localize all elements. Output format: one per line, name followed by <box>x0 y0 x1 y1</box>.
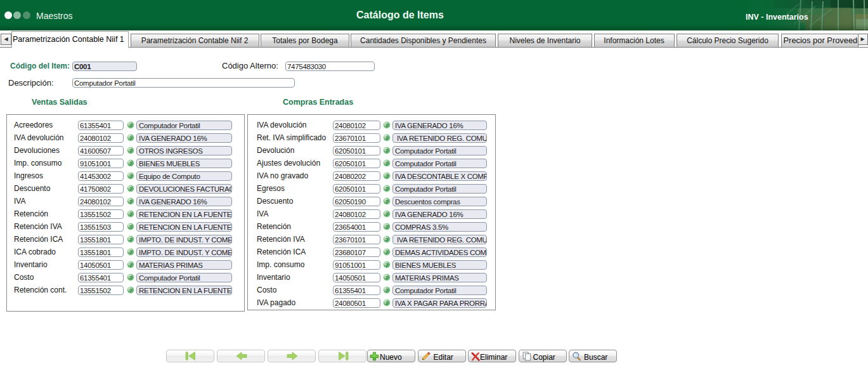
svg-text:?: ? <box>385 211 389 217</box>
svg-text:?: ? <box>385 122 389 128</box>
svg-text:?: ? <box>129 249 133 255</box>
svg-text:?: ? <box>385 262 389 268</box>
svg-text:?: ? <box>385 249 389 255</box>
svg-text:?: ? <box>385 161 389 166</box>
svg-text:?: ? <box>129 161 133 166</box>
svg-text:?: ? <box>385 224 389 230</box>
svg-text:?: ? <box>129 237 133 242</box>
svg-text:?: ? <box>129 224 133 230</box>
svg-text:?: ? <box>385 287 389 293</box>
svg-text:?: ? <box>385 186 389 192</box>
svg-text:?: ? <box>129 135 133 141</box>
svg-text:?: ? <box>385 300 389 306</box>
svg-text:?: ? <box>129 186 133 192</box>
svg-text:?: ? <box>385 237 389 242</box>
svg-text:?: ? <box>129 148 133 154</box>
svg-text:?: ? <box>385 275 389 280</box>
svg-text:?: ? <box>129 122 133 128</box>
svg-text:?: ? <box>129 199 133 204</box>
svg-text:?: ? <box>385 173 389 179</box>
svg-text:?: ? <box>129 211 133 217</box>
svg-text:?: ? <box>385 148 389 154</box>
svg-text:?: ? <box>129 173 133 179</box>
svg-text:?: ? <box>385 199 389 204</box>
svg-text:?: ? <box>129 275 133 280</box>
svg-text:?: ? <box>129 287 133 293</box>
svg-text:?: ? <box>385 135 389 141</box>
svg-text:?: ? <box>129 262 133 268</box>
